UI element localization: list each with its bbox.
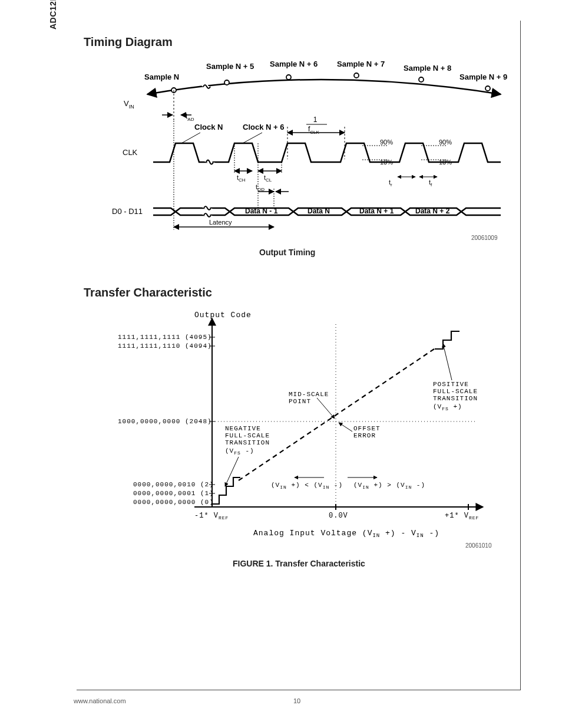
figure-id-transfer: 20061010 [465,542,492,549]
svg-point-5 [485,86,490,91]
ylabel: Output Code [194,311,252,319]
t-cl: tCL [264,174,272,183]
svg-line-47 [225,457,239,486]
sample-n7: Sample N + 7 [337,60,385,68]
timing-diagram: Sample N Sample N + 5 Sample N + 6 Sampl… [112,56,513,233]
caption-output-timing: Output Timing [259,248,315,257]
yt0: 1111,1111,1111 (4095) [118,334,212,341]
footer-page: 10 [293,697,300,704]
pct90-1: 90% [380,139,393,146]
heading-transfer: Transfer Characteristic [84,286,212,299]
part-number-vertical: ADC12L080 [48,0,58,29]
pos-fs: POSITIVE FULL-SCALE TRANSITION (VFS +) [433,381,482,411]
pct90-2: 90% [439,139,452,146]
period-num: 1 [313,116,318,124]
cond-right: (VIN +) > (VIN -) [353,482,425,490]
sample-n5: Sample N + 5 [206,62,254,71]
caption-figure1: FIGURE 1. Transfer Characteristic [233,559,365,568]
yt5: 0000,0000,0000 (0) [133,499,214,506]
yt3: 0000,0000,0010 (2) [133,481,214,488]
vin-label: VIN [124,99,134,110]
svg-line-45 [339,423,352,431]
t-r: tr [389,179,392,187]
x-center: 0.0V [329,512,348,520]
mid-scale: MID-SCALEPOINT [289,391,329,405]
svg-line-9 [181,133,200,143]
t-f: tf [429,179,432,187]
svg-line-46 [443,344,452,380]
d0-d11-label: D0 - D11 [112,207,143,216]
figure-id-timing: 20061009 [471,235,498,241]
sample-n6: Sample N + 6 [270,60,318,68]
clk-label: CLK [123,148,138,157]
neg-fs: NEGATIVE FULL-SCALE TRANSITION (VFS -) [225,425,275,456]
data-n: Data N [308,207,330,215]
pct10-2: 10% [439,159,452,166]
x-left: -1* VREF [194,512,229,521]
data-n1: Data N + 1 [359,207,394,215]
x-right: +1* VREF [445,512,479,521]
latency: Latency [209,219,232,226]
transfer-characteristic-chart: Output Code 1111,1111,1111 (4095) 1111,1… [118,307,507,542]
page-border-bottom [77,690,521,690]
svg-point-4 [419,77,424,82]
xlabel: Analog Input Voltage (VIN +) - VIN -) [253,529,439,539]
sample-n: Sample N [144,73,179,81]
yt1: 1111,1111,1110 (4094) [118,342,212,350]
datasheet-page: ADC12L080 Timing Diagram Transfer Charac… [0,0,562,728]
offset-error: OFFSETERROR [353,425,381,439]
svg-point-3 [354,73,359,78]
pct10-1: 10% [380,159,393,166]
yt2: 1000,0000,0000 (2048) [118,418,212,425]
t-ad: tAD [186,112,194,122]
page-border-right [520,21,521,690]
clock-n6: Clock N + 6 [243,123,284,131]
data-n2: Data N + 2 [415,207,450,215]
sample-n9: Sample N + 9 [459,73,507,81]
t-ch: tCH [237,174,246,183]
sample-n8: Sample N + 8 [404,64,451,73]
heading-timing: Timing Diagram [84,35,173,49]
svg-point-1 [224,80,229,85]
cond-left: (VIN +) < (VIN -) [271,482,343,490]
clock-n: Clock N [194,123,223,131]
period-denom: fCLK [308,125,320,135]
svg-line-44 [317,398,335,419]
t-od: tOD [256,183,265,192]
yt4: 0000,0000,0001 (1) [133,490,214,497]
svg-line-43 [239,348,436,480]
footer-url: www.national.com [74,697,126,704]
svg-point-2 [286,75,291,80]
data-n-1: Data N - 1 [245,207,278,215]
svg-line-10 [243,133,262,143]
